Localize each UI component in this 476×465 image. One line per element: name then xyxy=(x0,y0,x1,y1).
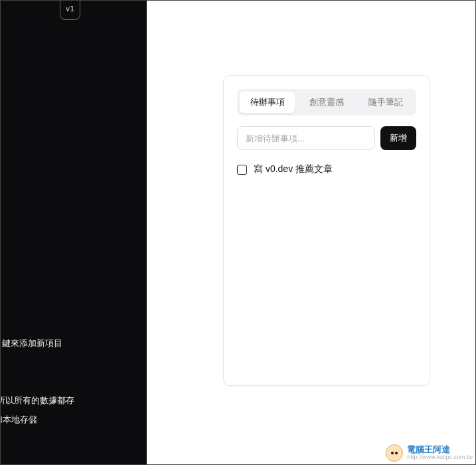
watermark-url: http://www.kocpc.com.tw xyxy=(407,454,473,461)
left-help-text: 或按 Enter 鍵來添加新項目 狀態 動區域中 管理狀態,所以所有的數據都存 … xyxy=(0,331,145,432)
help-line: 要考慮添加本地存儲 xyxy=(0,413,132,427)
todo-item: 寫 v0.dev 推薦文章 xyxy=(237,163,416,175)
watermark: 電腦王阿達 http://www.kocpc.com.tw xyxy=(386,444,473,462)
version-badge: v1 xyxy=(60,1,80,20)
todo-list: 寫 v0.dev 推薦文章 xyxy=(237,163,416,175)
add-button[interactable]: 新增 xyxy=(380,126,416,150)
tab-ideas[interactable]: 創意靈感 xyxy=(299,92,354,113)
tab-notes[interactable]: 隨手筆記 xyxy=(358,92,414,113)
new-todo-input[interactable] xyxy=(237,126,375,150)
add-row: 新增 xyxy=(237,126,416,150)
tab-todos[interactable]: 待辦事項 xyxy=(240,92,295,113)
checkbox-icon[interactable] xyxy=(237,165,247,175)
preview-region: 待辦事項 創意靈感 隨手筆記 新增 寫 v0.dev 推薦文章 xyxy=(147,1,475,464)
help-line: 或按 Enter 鍵來添加新項目 xyxy=(0,337,132,351)
todo-label: 寫 v0.dev 推薦文章 xyxy=(254,163,333,175)
tabs: 待辦事項 創意靈感 隨手筆記 xyxy=(237,89,416,116)
help-line: 動區域中 xyxy=(0,375,132,389)
help-line: 管理狀態,所以所有的數據都存 xyxy=(0,394,132,408)
todo-card: 待辦事項 創意靈感 隨手筆記 新增 寫 v0.dev 推薦文章 xyxy=(223,75,430,386)
watermark-face-icon xyxy=(386,444,403,462)
watermark-title: 電腦王阿達 xyxy=(407,445,473,454)
help-line: 狀態 xyxy=(0,356,132,370)
left-panel: v1 或按 Enter 鍵來添加新項目 狀態 動區域中 管理狀態,所以所有的數據… xyxy=(1,1,147,465)
